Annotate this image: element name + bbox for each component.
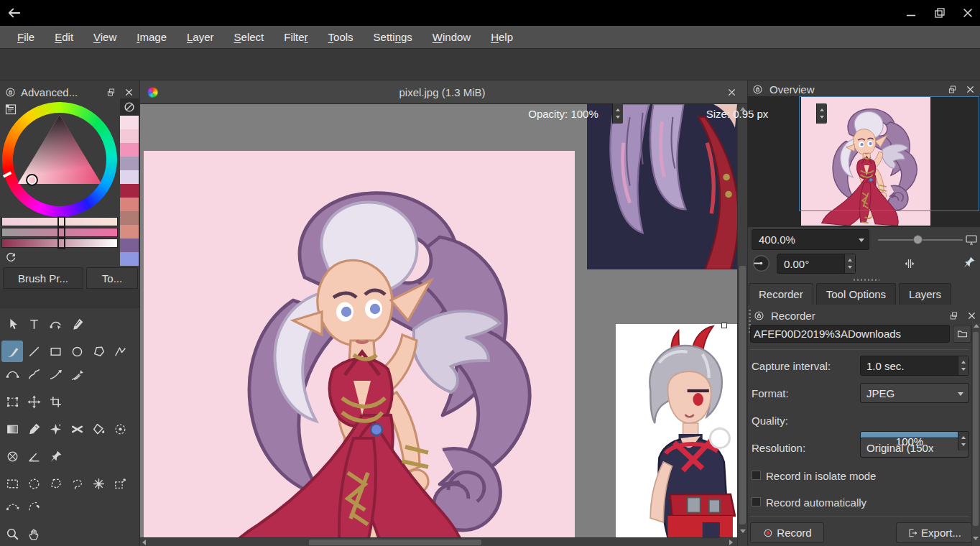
history-swatch-0[interactable]	[120, 116, 139, 129]
tool-text[interactable]	[23, 313, 45, 335]
fit-to-view-icon[interactable]	[964, 232, 979, 246]
tool-similar-selection[interactable]	[109, 473, 131, 494]
tool-reference-images[interactable]	[45, 445, 66, 467]
gradient-handle-1[interactable]	[57, 216, 65, 228]
opacity-slider[interactable]: Opacity: 100%	[503, 103, 624, 124]
recorder-control-format[interactable]: JPEG	[860, 383, 969, 403]
menu-filter[interactable]: Filter	[274, 31, 318, 43]
spin-buttons[interactable]	[958, 356, 969, 375]
tool-ellipse[interactable]	[66, 341, 88, 362]
tool-transform[interactable]	[1, 391, 23, 412]
tool-rectangular-selection[interactable]	[1, 473, 23, 494]
tool-pan[interactable]	[23, 523, 45, 545]
overview-zoom-handle[interactable]	[913, 235, 923, 244]
tool-rectangle[interactable]	[45, 341, 66, 362]
tab-tool-options[interactable]: Tool Options	[816, 283, 896, 305]
history-swatch-8[interactable]	[120, 225, 139, 239]
tool-smart-patch[interactable]	[45, 418, 66, 440]
menu-tools[interactable]: Tools	[318, 31, 364, 43]
recorder-scrollbar[interactable]	[971, 323, 980, 546]
canvas-title-bar[interactable]: pixel.jpg (1.3 MiB)	[140, 80, 747, 104]
menu-help[interactable]: Help	[481, 31, 523, 43]
gradient-bar-1[interactable]	[1, 217, 118, 226]
close-docker-icon[interactable]	[965, 84, 976, 95]
menu-image[interactable]: Image	[126, 31, 177, 43]
gradient-bar-3[interactable]	[1, 239, 118, 248]
size-spin[interactable]	[816, 103, 827, 124]
float-docker-icon[interactable]	[947, 84, 958, 95]
tool-edit-shapes[interactable]	[45, 313, 66, 335]
menu-select[interactable]: Select	[224, 31, 274, 43]
export-button[interactable]: Export...	[896, 522, 972, 543]
tool-measure[interactable]	[23, 445, 45, 467]
float-docker-icon[interactable]	[948, 310, 959, 321]
browse-folder-button[interactable]	[953, 325, 971, 343]
recorder-control-quality[interactable]: 100%	[860, 431, 969, 451]
opacity-spin[interactable]	[612, 103, 623, 124]
tool-colorize-mask[interactable]	[66, 418, 88, 440]
tool-assistants[interactable]	[1, 445, 23, 467]
history-swatch-1[interactable]	[120, 129, 139, 143]
tab-brush-presets[interactable]: Brush Pr...	[3, 267, 83, 289]
tool-multibrush[interactable]	[66, 364, 88, 385]
hue-ring[interactable]	[2, 102, 117, 217]
tool-dynamic-brush[interactable]	[45, 364, 66, 385]
float-docker-icon[interactable]	[106, 87, 116, 98]
tool-freehand-selection[interactable]	[66, 473, 88, 494]
recorder-path-input[interactable]: AFEF00D2019%3ADownloads	[750, 325, 950, 343]
size-slider[interactable]: Size: 0.95 px	[647, 103, 828, 124]
gradient-handle-3[interactable]	[57, 238, 65, 249]
history-swatch-7[interactable]	[120, 211, 139, 225]
tool-freehand-path[interactable]	[23, 364, 45, 385]
tool-line[interactable]	[23, 341, 45, 362]
no-color-swatch[interactable]	[120, 98, 139, 116]
rotation-spinbox[interactable]: 0.00°	[777, 254, 856, 274]
back-icon[interactable]	[6, 4, 23, 22]
reference-image-pixel-girl[interactable]	[616, 324, 737, 537]
tab-recorder[interactable]: Recorder	[749, 283, 813, 305]
tool-bezier-curve[interactable]	[1, 364, 23, 385]
minimize-icon[interactable]	[904, 6, 918, 20]
tool-magnetic-selection[interactable]	[23, 496, 45, 517]
tool-fill[interactable]	[88, 418, 109, 440]
tool-enclose-fill[interactable]	[109, 418, 131, 440]
checkbox-record-automatically[interactable]	[752, 497, 761, 506]
lock-docker-icon[interactable]	[4, 86, 17, 98]
history-swatch-10[interactable]	[120, 252, 139, 266]
history-swatch-5[interactable]	[120, 184, 139, 198]
mirror-view-icon[interactable]	[902, 256, 917, 271]
reference-image-wings[interactable]	[587, 104, 737, 269]
tool-polygonal-selection[interactable]	[45, 473, 66, 494]
tab-layers[interactable]: Layers	[899, 283, 951, 305]
tool-polygon[interactable]	[88, 341, 109, 362]
tool-calligraphy[interactable]	[66, 313, 88, 335]
tool-move[interactable]	[23, 391, 45, 412]
canvas-vscrollbar-thumb[interactable]	[739, 266, 746, 524]
gradient-handle-2[interactable]	[57, 227, 65, 239]
canvas-vscrollbar[interactable]	[737, 104, 747, 546]
restore-icon[interactable]	[933, 6, 947, 20]
gradient-bar-2[interactable]	[1, 228, 118, 237]
canvas-image[interactable]	[144, 151, 575, 537]
canvas-hscrollbar-thumb[interactable]	[309, 540, 481, 545]
tool-freehand-brush[interactable]	[1, 341, 23, 362]
checkbox-record-in-isolate-mode[interactable]	[752, 471, 761, 480]
lock-docker-icon[interactable]	[752, 83, 764, 96]
pin-icon[interactable]	[961, 255, 976, 270]
close-icon[interactable]	[961, 6, 975, 20]
canvas-area[interactable]	[140, 104, 747, 546]
tool-color-sampler[interactable]	[23, 418, 45, 440]
tool-polyline[interactable]	[109, 341, 131, 362]
rotation-spin[interactable]	[844, 254, 855, 273]
tool-select-shapes[interactable]	[1, 313, 23, 335]
menu-window[interactable]: Window	[422, 31, 481, 43]
recorder-scrollbar-thumb[interactable]	[973, 332, 979, 526]
menu-file[interactable]: File	[7, 31, 45, 43]
tool-elliptical-selection[interactable]	[23, 473, 45, 494]
overview-zoom-dropdown[interactable]: 400.0%	[752, 229, 869, 250]
recorder-control-capture-interval[interactable]: 1.0 sec.	[860, 356, 969, 376]
menu-edit[interactable]: Edit	[45, 31, 83, 43]
tool-gradient[interactable]	[1, 418, 23, 440]
record-button[interactable]: Record	[750, 522, 824, 543]
close-canvas-icon[interactable]	[726, 87, 737, 98]
